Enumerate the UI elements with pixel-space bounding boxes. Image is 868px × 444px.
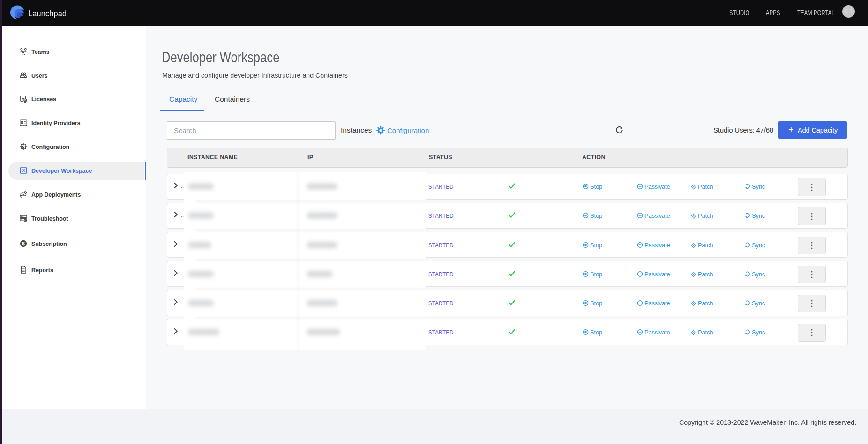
svg-text:$: $ [22,240,25,246]
